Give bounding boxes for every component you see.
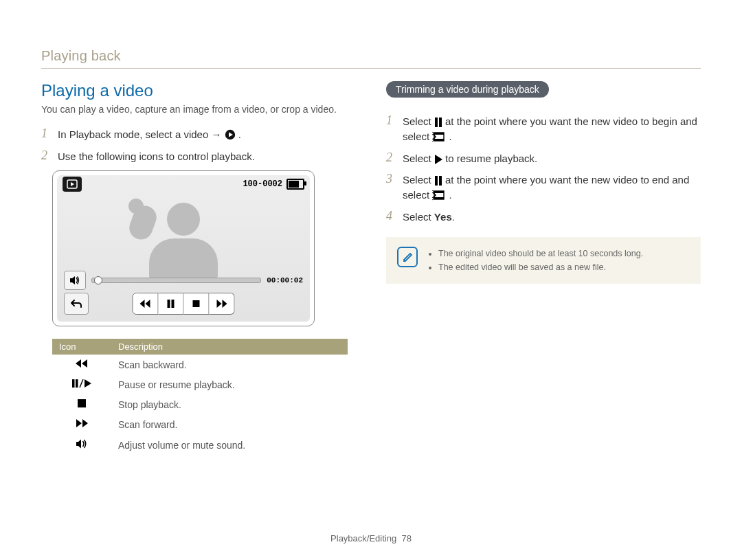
- page: Playing back Playing a video You can pla…: [0, 0, 742, 560]
- note-list: The original video should be at least 10…: [427, 247, 643, 274]
- speaker-icon: [52, 434, 111, 456]
- speaker-icon[interactable]: [64, 271, 86, 290]
- text-part: at the point where you want the new vide…: [403, 115, 697, 142]
- svg-rect-31: [439, 176, 442, 186]
- svg-marker-5: [146, 300, 150, 308]
- svg-rect-7: [168, 300, 170, 308]
- scan-backward-icon[interactable]: [133, 293, 159, 315]
- pause-icon: [434, 176, 442, 186]
- svg-marker-3: [71, 182, 74, 186]
- progress-bar[interactable]: [91, 278, 261, 283]
- text-part: at the point where you want the new vide…: [403, 174, 689, 201]
- svg-rect-25: [434, 133, 444, 135]
- table-cell-desc: Pause or resume playback.: [111, 374, 348, 394]
- step-1-suffix: .: [238, 128, 241, 140]
- svg-marker-20: [82, 419, 88, 427]
- text-part: Select: [403, 115, 434, 127]
- svg-marker-6: [140, 300, 145, 308]
- step-number: 2: [386, 151, 396, 165]
- pause-icon: [434, 117, 442, 127]
- note-item: The edited video will be saved as a new …: [438, 260, 643, 274]
- page-title: Playing a video: [41, 81, 356, 100]
- back-arrow-icon[interactable]: [64, 293, 89, 315]
- note-box: The original video should be at least 10…: [386, 237, 701, 284]
- table-row: Adjust volume or mute sound.: [52, 434, 348, 456]
- svg-rect-34: [434, 197, 444, 199]
- svg-point-35: [432, 190, 434, 192]
- scan-forward-icon: [52, 414, 111, 434]
- step-number: 4: [386, 210, 396, 223]
- pause-icon[interactable]: [159, 293, 184, 315]
- table-cell-desc: Scan forward.: [111, 414, 348, 434]
- trim-icon: [432, 190, 446, 201]
- stop-icon: [52, 394, 111, 414]
- step-1-prefix: In Playback mode, select a video →: [58, 128, 225, 140]
- stop-icon[interactable]: [184, 293, 210, 315]
- table-cell-desc: Scan backward.: [111, 355, 348, 374]
- step-1: 1 In Playback mode, select a video → .: [41, 127, 356, 142]
- progress-row: 00:00:02: [64, 271, 303, 290]
- step-number: 2: [41, 149, 51, 163]
- svg-rect-26: [434, 139, 444, 141]
- text-part: Select: [403, 174, 434, 186]
- svg-point-27: [432, 132, 434, 134]
- step-text: Use the following icons to control playb…: [58, 149, 356, 164]
- trim-step-3: 3 Select at the point where you want the…: [386, 172, 701, 203]
- svg-rect-9: [193, 300, 200, 307]
- svg-rect-30: [435, 176, 438, 186]
- table-row: Pause or resume playback.: [52, 374, 348, 394]
- svg-rect-8: [172, 300, 175, 308]
- text-part: Select: [403, 153, 434, 164]
- transport-controls: [133, 293, 235, 315]
- svg-rect-23: [439, 117, 442, 127]
- left-column: Playing a video You can play a video, ca…: [41, 81, 356, 456]
- svg-marker-12: [82, 359, 87, 368]
- svg-marker-29: [435, 155, 442, 164]
- columns: Playing a video You can play a video, ca…: [41, 81, 701, 456]
- step-text: In Playback mode, select a video → .: [58, 127, 356, 142]
- play-triangle-icon: [434, 155, 442, 164]
- text-part: .: [449, 189, 452, 201]
- trim-icon: [432, 131, 446, 142]
- svg-marker-4: [70, 276, 75, 284]
- table-cell-desc: Adjust volume or mute sound.: [111, 434, 348, 456]
- step-number: 1: [41, 127, 51, 141]
- scan-backward-icon: [52, 355, 111, 374]
- svg-point-36: [432, 197, 434, 199]
- svg-marker-17: [85, 379, 91, 388]
- table-row: Scan backward.: [52, 355, 348, 374]
- pause-play-icon: [52, 374, 111, 394]
- footer-page: 78: [401, 533, 411, 544]
- step-2: 2 Use the following icons to control pla…: [41, 149, 356, 164]
- note-icon: [397, 247, 418, 267]
- text-part: to resume playback.: [445, 153, 537, 164]
- trim-step-1: 1 Select at the point where you want the…: [386, 114, 701, 144]
- step-text: Select at the point where you want the n…: [403, 172, 701, 203]
- step-text: Select Yes.: [403, 210, 701, 225]
- progress-container: 00:00:02: [91, 276, 303, 284]
- text-part: .: [452, 211, 455, 223]
- svg-marker-21: [76, 440, 81, 449]
- scan-forward-icon[interactable]: [210, 293, 235, 315]
- video-player-screenshot: 100-0002 00:00:02: [52, 170, 315, 326]
- yes-label: Yes: [434, 211, 452, 223]
- trim-step-2: 2 Select to resume playback.: [386, 151, 701, 166]
- playback-time: 00:00:02: [267, 276, 303, 284]
- section-pill: Trimming a video during playback: [386, 81, 549, 98]
- svg-marker-13: [76, 359, 81, 368]
- battery-icon: [286, 179, 304, 190]
- text-part: Select: [403, 211, 434, 223]
- svg-rect-22: [435, 117, 438, 127]
- table-header-desc: Description: [111, 339, 348, 355]
- svg-marker-19: [76, 419, 82, 427]
- breadcrumb: Playing back: [41, 48, 701, 69]
- status-bar: 100-0002: [57, 175, 310, 193]
- file-index: 100-0002: [243, 179, 282, 189]
- table-row: Scan forward.: [52, 414, 348, 434]
- play-circle-icon: [225, 129, 236, 140]
- note-item: The original video should be at least 10…: [438, 247, 643, 260]
- svg-marker-11: [223, 300, 227, 308]
- trim-step-4: 4 Select Yes.: [386, 210, 701, 225]
- progress-knob[interactable]: [94, 276, 102, 284]
- svg-line-16: [80, 379, 83, 388]
